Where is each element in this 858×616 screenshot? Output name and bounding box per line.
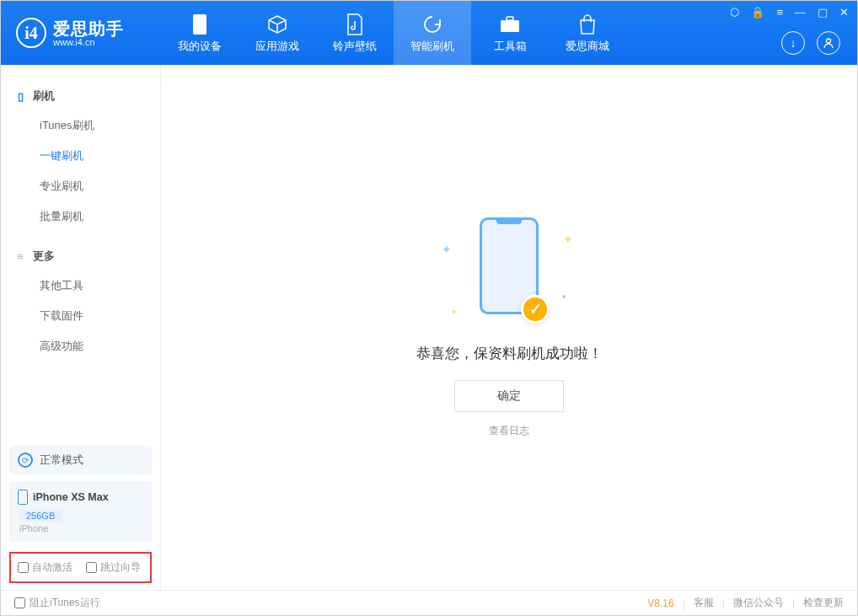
brand-name: 爱思助手 — [53, 19, 124, 38]
sidebar-item-itunes-flash[interactable]: iTunes刷机 — [1, 110, 160, 141]
close-icon[interactable]: ✕ — [839, 6, 849, 19]
download-button[interactable]: ↓ — [781, 31, 805, 55]
svg-rect-2 — [507, 17, 513, 20]
view-log-link[interactable]: 查看日志 — [489, 424, 529, 438]
refresh-shield-icon — [421, 13, 444, 36]
sidebar-item-other-tools[interactable]: 其他工具 — [1, 271, 160, 301]
shirt-icon[interactable]: ⬡ — [730, 6, 739, 19]
tab-my-device[interactable]: 我的设备 — [161, 1, 239, 65]
user-button[interactable] — [817, 31, 840, 55]
success-illustration: ✦ ✦ • • ✓ — [433, 217, 585, 327]
tab-wallpaper[interactable]: 铃声壁纸 — [316, 1, 394, 65]
music-file-icon — [343, 13, 367, 36]
brand-site: www.i4.cn — [53, 38, 124, 47]
ok-button[interactable]: 确定 — [454, 380, 564, 412]
tab-store[interactable]: 爱思商城 — [549, 1, 626, 65]
checkbox-skip-guide[interactable]: 跳过向导 — [86, 560, 141, 575]
sidebar-group-flash: ▯ 刷机 — [1, 82, 160, 110]
tab-toolbox[interactable]: 工具箱 — [471, 1, 549, 65]
sidebar-group-more: ≡ 更多 — [1, 242, 160, 271]
mode-chip[interactable]: ⟳ 正常模式 — [9, 446, 152, 474]
sparkle-icon: ✦ — [442, 243, 452, 256]
maximize-icon[interactable]: ▢ — [818, 6, 828, 19]
list-icon: ≡ — [14, 250, 26, 262]
sparkle-icon: ✦ — [563, 233, 573, 246]
minimize-icon[interactable]: — — [795, 6, 806, 19]
link-check-update[interactable]: 检查更新 — [803, 596, 844, 610]
sidebar-item-advanced[interactable]: 高级功能 — [1, 331, 160, 362]
device-type: iPhone — [18, 523, 143, 533]
success-message: 恭喜您，保资料刷机成功啦！ — [416, 344, 603, 363]
briefcase-icon — [498, 13, 522, 36]
sparkle-icon: • — [452, 305, 456, 319]
logo[interactable]: i4 爱思助手 www.i4.cn — [1, 18, 161, 48]
version-label: V8.16 — [647, 597, 673, 609]
bag-icon — [576, 13, 599, 36]
device-capacity: 256GB — [18, 510, 63, 522]
device-info[interactable]: iPhone XS Max 256GB iPhone — [9, 481, 152, 542]
svg-rect-1 — [501, 20, 519, 32]
tab-apps[interactable]: 应用游戏 — [239, 1, 316, 65]
logo-icon: i4 — [16, 18, 46, 48]
svg-rect-0 — [193, 14, 206, 35]
link-wechat[interactable]: 微信公众号 — [733, 596, 784, 610]
mode-icon: ⟳ — [18, 453, 33, 468]
checkbox-block-itunes[interactable]: 阻止iTunes运行 — [14, 596, 100, 610]
sidebar-item-pro-flash[interactable]: 专业刷机 — [1, 171, 160, 201]
menu-icon[interactable]: ≡ — [776, 6, 783, 19]
link-support[interactable]: 客服 — [694, 596, 714, 610]
phone-outline-icon — [18, 490, 28, 505]
sparkle-icon: • — [562, 290, 566, 303]
title-bar: i4 爱思助手 www.i4.cn 我的设备 应用游戏 铃声壁纸 智能刷机 工具… — [1, 1, 857, 65]
sidebar-item-oneclick-flash[interactable]: 一键刷机 — [1, 141, 160, 171]
window-controls: ⬡ 🔒 ≡ — ▢ ✕ — [730, 6, 849, 19]
lock-icon[interactable]: 🔒 — [751, 6, 764, 19]
checkbox-auto-activate[interactable]: 自动激活 — [18, 560, 72, 575]
svg-point-3 — [827, 39, 831, 43]
flash-options-highlighted: 自动激活 跳过向导 — [9, 552, 152, 583]
cube-icon — [265, 13, 289, 36]
nav-tabs: 我的设备 应用游戏 铃声壁纸 智能刷机 工具箱 爱思商城 — [161, 1, 626, 65]
device-icon — [188, 13, 212, 36]
phone-icon: ▯ — [14, 90, 26, 102]
check-badge-icon: ✓ — [521, 295, 550, 324]
status-bar: 阻止iTunes运行 V8.16 | 客服 | 微信公众号 | 检查更新 — [1, 590, 857, 615]
main-panel: ✦ ✦ • • ✓ 恭喜您，保资料刷机成功啦！ 确定 查看日志 — [161, 65, 857, 590]
tab-flash[interactable]: 智能刷机 — [394, 1, 471, 65]
sidebar-item-batch-flash[interactable]: 批量刷机 — [1, 201, 160, 232]
sidebar: ▯ 刷机 iTunes刷机 一键刷机 专业刷机 批量刷机 ≡ 更多 其他工具 下… — [1, 65, 161, 590]
sidebar-item-download-fw[interactable]: 下载固件 — [1, 301, 160, 331]
